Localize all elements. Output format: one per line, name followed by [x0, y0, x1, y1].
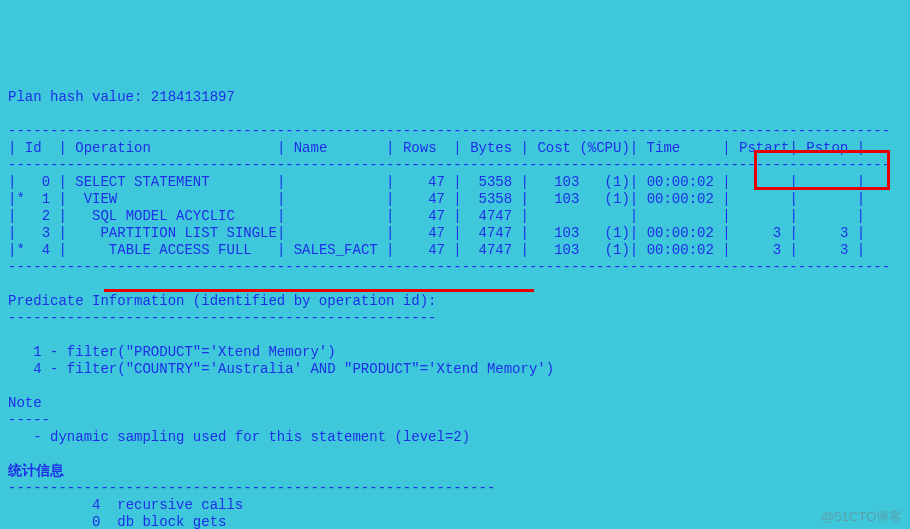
- table-top-border: ----------------------------------------…: [8, 123, 890, 139]
- table-row: |* 4 | TABLE ACCESS FULL | SALES_FACT | …: [8, 242, 865, 258]
- table-row: | 3 | PARTITION LIST SINGLE| | 47 | 4747…: [8, 225, 865, 241]
- predicate-line: 4 - filter("COUNTRY"='Australia' AND "PR…: [33, 361, 554, 377]
- table-row: | 2 | SQL MODEL ACYCLIC | | 47 | 4747 | …: [8, 208, 865, 224]
- plan-hash-line: Plan hash value: 2184131897: [8, 89, 235, 105]
- annotation-underline: [104, 289, 534, 292]
- note-label: Note: [8, 395, 42, 411]
- stat-row: 0 db block gets: [92, 514, 226, 529]
- watermark: @51CTO博客: [821, 508, 902, 525]
- note-line: - dynamic sampling used for this stateme…: [33, 429, 470, 445]
- predicate-title: Predicate Information (identified by ope…: [8, 293, 436, 309]
- table-row: |* 1 | VIEW | | 47 | 5358 | 103 (1)| 00:…: [8, 191, 865, 207]
- predicate-underline: ----------------------------------------…: [8, 310, 436, 326]
- stats-label: 统计信息: [8, 463, 64, 479]
- predicate-line: 1 - filter("PRODUCT"='Xtend Memory'): [33, 344, 335, 360]
- table-row: | 0 | SELECT STATEMENT | | 47 | 5358 | 1…: [8, 174, 865, 190]
- table-bottom-border: ----------------------------------------…: [8, 259, 890, 275]
- terminal-output: Plan hash value: 2184131897 ------------…: [0, 68, 910, 529]
- table-header: | Id | Operation | Name | Rows | Bytes |…: [8, 140, 865, 156]
- stats-underline: ----------------------------------------…: [8, 480, 495, 496]
- annotation-box: [754, 150, 890, 190]
- stat-row: 4 recursive calls: [92, 497, 243, 513]
- note-underline: -----: [8, 412, 50, 428]
